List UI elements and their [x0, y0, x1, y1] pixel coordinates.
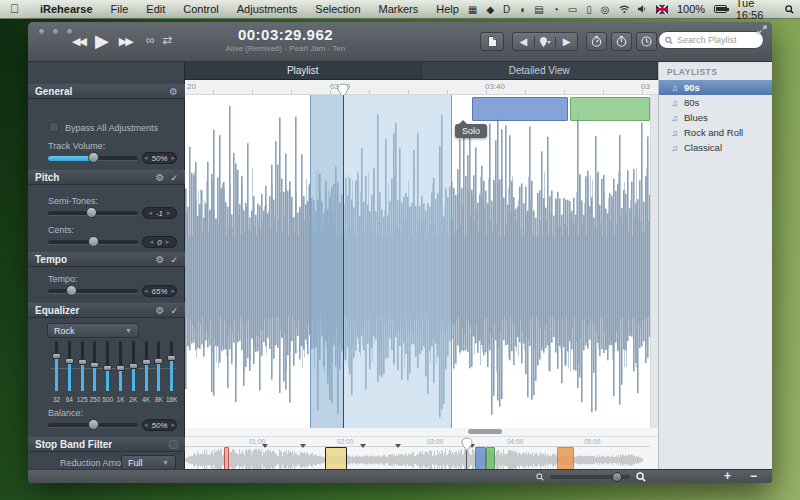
overview-marker-icon[interactable] — [300, 444, 306, 448]
menu-item-help[interactable]: Help — [427, 0, 468, 19]
bell-dim-icon[interactable]: ◔ — [553, 0, 559, 19]
gear-icon[interactable]: ⚙ — [169, 87, 178, 97]
reduction-amount-dropdown[interactable]: Full ▼ — [121, 455, 176, 470]
gear-icon[interactable]: ⚙ — [155, 306, 164, 316]
eq-band-64[interactable]: 64 — [63, 341, 76, 403]
apple-menu-icon[interactable]:  — [10, 2, 19, 16]
fast-forward-button[interactable]: ▶▶ — [119, 35, 132, 48]
horizontal-scrollbar-thumb[interactable] — [468, 429, 502, 434]
eq-band-16k[interactable]: 16K — [165, 341, 178, 403]
tab-playlist[interactable]: Playlist — [185, 62, 422, 80]
search-playlist-input[interactable] — [677, 35, 757, 45]
region-green[interactable] — [570, 97, 650, 121]
eq-slider-knob[interactable] — [65, 358, 74, 364]
uk-flag-icon[interactable] — [656, 5, 668, 14]
keyboard-icon[interactable]: ▦ — [468, 0, 477, 19]
eq-slider-knob[interactable] — [129, 363, 138, 369]
gear-icon[interactable]: ⚙ — [155, 173, 164, 183]
eq-band-1k[interactable]: 1K — [114, 341, 127, 403]
bypass-checkbox[interactable] — [49, 122, 59, 132]
airplay-icon[interactable]: ▭ — [568, 0, 577, 19]
next-marker-button[interactable]: ▶ — [556, 36, 577, 47]
playlist-item-classical[interactable]: ♫Classical — [659, 140, 772, 155]
playlist-item-rock-and-roll[interactable]: ♫Rock and Roll — [659, 125, 772, 140]
playlist-item-blues[interactable]: ♫Blues — [659, 110, 772, 125]
cents-slider[interactable] — [48, 240, 138, 245]
zoom-out-button[interactable]: − — [750, 469, 757, 483]
menu-item-selection[interactable]: Selection — [306, 0, 369, 19]
overview-marker-icon[interactable] — [262, 444, 268, 448]
overview-region[interactable] — [224, 447, 229, 471]
eq-band-2k[interactable]: 2K — [127, 341, 140, 403]
eq-band-32[interactable]: 32 — [50, 341, 63, 403]
playlist-item-90s[interactable]: ♫90s — [659, 80, 772, 95]
equalizer-section-header[interactable]: Equalizer ⚙ ✓ — [28, 303, 185, 318]
fan-icon[interactable]: ◎ — [601, 0, 610, 19]
menu-item-markers[interactable]: Markers — [370, 0, 428, 19]
stop-band-section-header[interactable]: Stop Band Filter — [28, 437, 185, 452]
d-app-icon[interactable]: D — [503, 0, 510, 19]
new-document-button[interactable] — [480, 32, 504, 51]
menu-clock[interactable]: Tue 16:56 — [736, 0, 777, 21]
vertical-scrollbar[interactable] — [650, 95, 658, 428]
general-section-header[interactable]: General ⚙ — [28, 84, 185, 99]
menu-item-file[interactable]: File — [102, 0, 138, 19]
shuffle-icon[interactable]: ⇄ — [163, 33, 173, 47]
selection-overlay[interactable] — [310, 95, 452, 428]
stop-band-checkbox[interactable] — [169, 440, 178, 449]
eq-band-500[interactable]: 500 — [101, 341, 114, 403]
menu-item-control[interactable]: Control — [174, 0, 227, 19]
timer-button-1[interactable] — [586, 32, 607, 51]
zoom-in-button[interactable]: + — [724, 469, 731, 483]
overview-region[interactable] — [325, 447, 347, 471]
close-button[interactable] — [38, 28, 45, 35]
overview-region[interactable] — [486, 447, 495, 471]
battery-icon[interactable] — [714, 5, 727, 13]
eq-band-8k[interactable]: 8K — [152, 341, 165, 403]
track-volume-slider[interactable] — [48, 156, 138, 161]
eq-slider-knob[interactable] — [167, 355, 176, 361]
equalizer-enabled-check[interactable]: ✓ — [170, 306, 178, 316]
eq-slider-knob[interactable] — [52, 353, 61, 359]
gear-icon[interactable]: ⚙ — [155, 255, 164, 265]
balance-value[interactable]: 50% — [142, 419, 177, 431]
pitch-section-header[interactable]: Pitch ⚙ ✓ — [28, 170, 185, 185]
track-volume-value[interactable]: 50% — [142, 152, 177, 164]
menu-item-edit[interactable]: Edit — [137, 0, 174, 19]
eq-slider-knob[interactable] — [116, 365, 125, 371]
timeline-ruler[interactable]: 2003:3003:4003 — [185, 80, 658, 95]
zoom-slider[interactable] — [550, 475, 630, 479]
minimize-button[interactable] — [52, 28, 59, 35]
waveform-area[interactable]: Solo — [185, 95, 650, 428]
overview-strip[interactable]: 01:0002:0003:0004:0005:00 — [185, 436, 658, 472]
timer-button-3[interactable] — [636, 32, 657, 51]
playhead-line[interactable] — [343, 95, 344, 428]
pitch-enabled-check[interactable]: ✓ — [170, 173, 178, 183]
tab-detailed-view[interactable]: Detailed View — [422, 62, 659, 80]
prev-marker-button[interactable]: ◀ — [513, 36, 535, 47]
overview-region[interactable] — [557, 447, 574, 471]
tempo-slider[interactable] — [48, 289, 138, 294]
spotlight-icon[interactable] — [785, 4, 794, 15]
loop-icon[interactable]: ∞ — [146, 33, 155, 47]
semi-tones-slider[interactable] — [48, 211, 138, 216]
eq-slider-knob[interactable] — [142, 359, 151, 365]
menu-item-irehearse-plus[interactable]: iRehearse Plus — [31, 0, 102, 19]
zoom-slider-knob[interactable] — [612, 472, 622, 482]
tempo-value[interactable]: 65% — [142, 285, 177, 297]
eq-band-250[interactable]: 250 — [88, 341, 101, 403]
eq-slider-knob[interactable] — [154, 358, 163, 364]
semi-tones-value[interactable]: -1 — [142, 207, 177, 219]
timer-button-2[interactable] — [611, 32, 632, 51]
rewind-button[interactable]: ◀◀ — [72, 35, 85, 48]
balance-slider[interactable] — [48, 423, 138, 428]
tempo-section-header[interactable]: Tempo ⚙ ✓ — [28, 252, 185, 267]
wifi-icon[interactable] — [619, 4, 630, 14]
play-button[interactable]: ▶ — [95, 30, 109, 52]
overview-playhead-handle[interactable] — [461, 437, 473, 451]
zoom-out-glass-icon[interactable] — [536, 473, 544, 481]
eq-band-125[interactable]: 125 — [76, 341, 89, 403]
eq-slider-knob[interactable] — [78, 359, 87, 365]
overview-marker-icon[interactable] — [360, 444, 366, 448]
eq-preset-dropdown[interactable]: Rock ▼ — [47, 323, 139, 338]
